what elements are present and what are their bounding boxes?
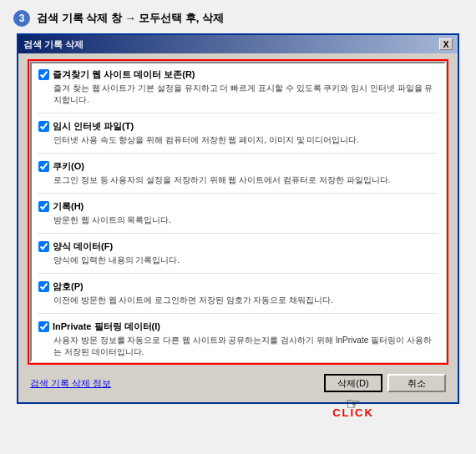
checkbox-desc: 즐겨 찾는 웹 사이트가 기본 설정을 유지하고 더 빠르게 표시할 수 있도록… (53, 83, 438, 106)
checkbox-cb3[interactable] (38, 161, 49, 172)
checkbox-cb1[interactable] (38, 69, 49, 80)
checkbox-item: 기록(H)방문한 웹 사이트의 목록입니다. (38, 200, 438, 234)
dialog: 검색 기록 삭제 X 즐겨찾기 웹 사이트 데이터 보존(R)즐겨 찾는 웹 사… (17, 33, 459, 404)
checkbox-row: InPrivate 필터링 데이터(I) (38, 320, 438, 333)
step-header: 3 검색 기록 삭제 창 → 모두선택 후, 삭제 (0, 0, 476, 33)
close-button[interactable]: X (439, 38, 453, 50)
dialog-title: 검색 기록 삭제 (23, 38, 84, 51)
checkbox-item: 임시 인터넷 파일(T)인터넷 사용 속도 향상을 위해 컴퓨터에 저장한 웹 … (38, 120, 438, 154)
checkbox-item: 암호(P)이전에 방문한 웹 사이트에 로그인하면 저장된 암호가 자동으로 채… (38, 280, 438, 314)
checkbox-label[interactable]: 기록(H) (53, 200, 84, 213)
checkbox-desc: 양식에 입력한 내용의 기록입니다. (53, 255, 438, 266)
delete-button-wrapper: 삭제(D) ☞ CLICK (324, 374, 382, 392)
dialog-content: 즐겨찾기 웹 사이트 데이터 보존(R)즐겨 찾는 웹 사이트가 기본 설정을 … (18, 53, 458, 402)
checkbox-cb6[interactable] (38, 281, 49, 292)
delete-button[interactable]: 삭제(D) (324, 374, 382, 392)
checkbox-section-outline: 즐겨찾기 웹 사이트 데이터 보존(R)즐겨 찾는 웹 사이트가 기본 설정을 … (30, 62, 446, 362)
checkbox-item: 즐겨찾기 웹 사이트 데이터 보존(R)즐겨 찾는 웹 사이트가 기본 설정을 … (38, 68, 438, 114)
checkbox-list: 즐겨찾기 웹 사이트 데이터 보존(R)즐겨 찾는 웹 사이트가 기본 설정을 … (30, 62, 446, 362)
checkbox-item: 쿠키(O)로그인 정보 등 사용자의 설정을 저장하기 위해 웹 사이트에서 컴… (38, 160, 438, 194)
checkbox-desc: 로그인 정보 등 사용자의 설정을 저장하기 위해 웹 사이트에서 컴퓨터로 저… (53, 174, 438, 186)
checkbox-row: 양식 데이터(F) (38, 240, 438, 253)
checkbox-label[interactable]: InPrivate 필터링 데이터(I) (53, 320, 160, 333)
checkbox-label[interactable]: 쿠키(O) (53, 160, 84, 173)
checkbox-label[interactable]: 임시 인터넷 파일(T) (53, 120, 134, 133)
checkbox-cb2[interactable] (38, 121, 49, 132)
checkbox-desc: 인터넷 사용 속도 향상을 위해 컴퓨터에 저장한 웹 페이지, 이미지 및 미… (53, 134, 438, 146)
checkbox-row: 즐겨찾기 웹 사이트 데이터 보존(R) (38, 68, 438, 81)
checkbox-desc: 방문한 웹 사이트의 목록입니다. (53, 214, 438, 226)
checkbox-desc: 이전에 방문한 웹 사이트에 로그인하면 저장된 암호가 자동으로 채워집니다. (53, 295, 438, 306)
checkbox-row: 기록(H) (38, 200, 438, 213)
checkbox-cb4[interactable] (38, 201, 49, 212)
click-label: CLICK (332, 406, 374, 419)
checkbox-label[interactable]: 즐겨찾기 웹 사이트 데이터 보존(R) (53, 68, 195, 81)
checkbox-row: 쿠키(O) (38, 160, 438, 173)
dialog-footer: 검색 기록 삭제 정보 삭제(D) ☞ CLICK 취소 (30, 369, 446, 396)
checkbox-cb5[interactable] (38, 241, 49, 252)
checkbox-desc: 사용자 방문 정보를 자동으로 다른 웹 사이트와 공유하는지를 검사하기 위해… (53, 335, 438, 358)
checkbox-label[interactable]: 양식 데이터(F) (53, 240, 113, 253)
checkbox-item: InPrivate 필터링 데이터(I)사용자 방문 정보를 자동으로 다른 웹… (38, 320, 438, 362)
checkbox-item: 양식 데이터(F)양식에 입력한 내용의 기록입니다. (38, 240, 438, 274)
checkbox-row: 임시 인터넷 파일(T) (38, 120, 438, 133)
footer-buttons: 삭제(D) ☞ CLICK 취소 (324, 374, 446, 392)
checkbox-label[interactable]: 암호(P) (53, 280, 84, 293)
info-link[interactable]: 검색 기록 삭제 정보 (30, 377, 111, 390)
step-title: 검색 기록 삭제 창 → 모두선택 후, 삭제 (37, 11, 224, 26)
cancel-button[interactable]: 취소 (387, 374, 446, 392)
checkbox-cb7[interactable] (38, 321, 49, 332)
dialog-titlebar: 검색 기록 삭제 X (18, 35, 458, 53)
checkbox-row: 암호(P) (38, 280, 438, 293)
step-number: 3 (13, 10, 30, 27)
